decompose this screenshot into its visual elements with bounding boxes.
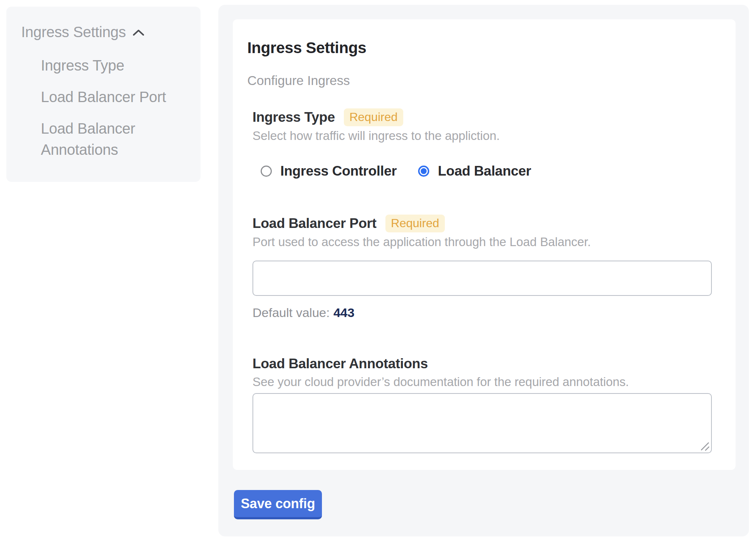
settings-panel: Ingress Settings Configure Ingress Ingre… — [218, 5, 749, 536]
lb-annotations-description: See your cloud provider’s documentation … — [252, 375, 712, 389]
radio-option-load-balancer[interactable]: Load Balancer — [418, 163, 531, 179]
required-badge: Required — [344, 108, 403, 126]
sidebar-item-ingress-type[interactable]: Ingress Type — [41, 55, 170, 76]
sidebar-item-load-balancer-annotations[interactable]: Load Balancer Annotations — [41, 118, 170, 160]
sidebar-item-load-balancer-port[interactable]: Load Balancer Port — [41, 86, 170, 108]
load-balancer-port-input[interactable] — [252, 261, 712, 296]
ingress-type-radio-group: Ingress Controller Load Balancer — [261, 163, 712, 179]
section-ingress-type: Ingress Type Required Select how traffic… — [252, 108, 712, 179]
ingress-type-description: Select how traffic will ingress to the a… — [252, 128, 712, 143]
sidebar-parent-label: Ingress Settings — [21, 23, 126, 41]
radio-label-load-balancer: Load Balancer — [438, 163, 531, 179]
radio-option-ingress-controller[interactable]: Ingress Controller — [261, 163, 397, 179]
lb-annotations-heading-row: Load Balancer Annotations — [252, 355, 712, 372]
page-subtitle: Configure Ingress — [247, 73, 712, 88]
settings-card: Ingress Settings Configure Ingress Ingre… — [233, 19, 736, 470]
radio-label-ingress-controller: Ingress Controller — [280, 163, 397, 179]
default-value-line: Default value:443 — [252, 305, 712, 320]
ingress-type-label: Ingress Type — [252, 109, 335, 126]
save-config-button[interactable]: Save config — [234, 490, 322, 519]
lb-port-heading-row: Load Balancer Port Required — [252, 215, 712, 232]
section-load-balancer-annotations: Load Balancer Annotations See your cloud… — [252, 355, 712, 453]
lb-port-description: Port used to access the application thro… — [252, 235, 712, 249]
page-title: Ingress Settings — [247, 39, 712, 57]
radio-unselected-icon[interactable] — [261, 166, 272, 177]
default-value-label: Default value: — [252, 306, 330, 320]
lb-annotations-label: Load Balancer Annotations — [252, 355, 428, 372]
required-badge: Required — [385, 215, 445, 232]
radio-selected-icon[interactable] — [418, 166, 429, 177]
textarea-resize-handle-icon[interactable] — [700, 441, 710, 451]
annotations-textarea-wrap — [252, 393, 712, 453]
chevron-up-icon — [133, 29, 144, 36]
sidebar-item-ingress-settings[interactable]: Ingress Settings — [21, 23, 186, 41]
sidebar-item-list: Ingress Type Load Balancer Port Load Bal… — [21, 55, 170, 160]
lb-port-label: Load Balancer Port — [252, 215, 377, 232]
sidebar: Ingress Settings Ingress Type Load Balan… — [6, 7, 201, 182]
section-load-balancer-port: Load Balancer Port Required Port used to… — [252, 215, 712, 320]
ingress-type-heading-row: Ingress Type Required — [252, 108, 712, 126]
annotations-textarea[interactable] — [252, 393, 712, 453]
default-value: 443 — [333, 306, 355, 320]
